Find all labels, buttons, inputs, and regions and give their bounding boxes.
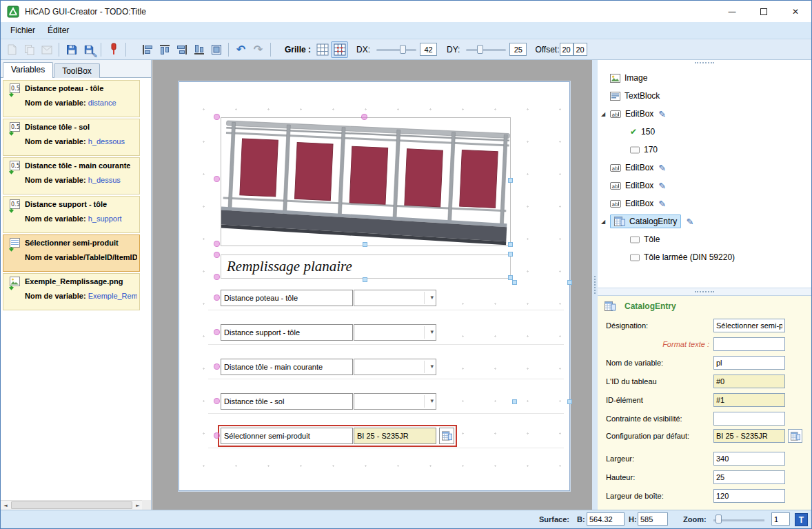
form-label[interactable]: Distance tôle - main courante	[221, 359, 353, 375]
default-config-input[interactable]	[713, 429, 785, 443]
resize-handle[interactable]	[567, 280, 572, 285]
tree-item-editbox-3[interactable]: ab EditBox ✎	[598, 177, 811, 194]
catalog-picker-button[interactable]	[788, 429, 802, 443]
horizontal-splitter[interactable]	[598, 288, 811, 295]
tree-panel-grip[interactable]	[695, 62, 714, 66]
tree-item-catalogentry[interactable]: ◢ CatalogEntry ✎	[598, 212, 811, 230]
align-top-button[interactable]	[156, 41, 173, 58]
edit-pencil-icon[interactable]: ✎	[658, 163, 666, 173]
dy-slider-thumb[interactable]	[477, 45, 483, 54]
grid-toggle-button[interactable]	[314, 41, 331, 58]
variable-card-image[interactable]: Exemple_Remplissage.png Nom de variable:…	[3, 273, 140, 310]
tab-variables[interactable]: Variables	[3, 62, 53, 78]
expander-icon[interactable]: ◢	[601, 111, 610, 117]
maximize-button[interactable]	[748, 1, 780, 22]
resize-handle[interactable]	[508, 252, 513, 257]
redo-button[interactable]: ↷	[250, 41, 267, 58]
expander-icon[interactable]: ◢	[601, 219, 610, 225]
resize-handle[interactable]	[363, 277, 367, 282]
new-button[interactable]	[3, 41, 21, 58]
undo-button[interactable]: ↶	[232, 41, 250, 58]
scroll-right-icon[interactable]: ►	[133, 503, 143, 508]
align-left-button[interactable]	[139, 41, 156, 58]
zoom-slider-thumb[interactable]	[715, 515, 722, 523]
edit-pencil-icon[interactable]: ✎	[658, 181, 666, 191]
dx-value-input[interactable]	[420, 43, 437, 56]
close-button[interactable]: ✕	[780, 1, 811, 22]
offset-y-input[interactable]	[574, 43, 587, 56]
format-input[interactable]	[713, 337, 785, 351]
variable-card-distance[interactable]: 0.5 Distance poteau - tôle Nom de variab…	[3, 80, 140, 117]
form-label[interactable]: Distance support - tôle	[221, 324, 353, 341]
tab-toolbox[interactable]: ToolBox	[54, 63, 100, 78]
variable-card-h-support[interactable]: 0.5 Distance support - tôle Nom de varia…	[3, 196, 140, 233]
surface-b-input[interactable]	[587, 512, 625, 526]
dx-slider[interactable]	[375, 43, 418, 57]
variable-card-h-dessus[interactable]: 0.5 Distance tôle - main courante Nom de…	[3, 157, 140, 194]
resize-handle[interactable]	[512, 280, 517, 285]
align-right-button[interactable]	[173, 41, 190, 58]
form-label[interactable]: Distance poteau - tôle	[221, 290, 353, 306]
visibility-input[interactable]	[713, 412, 785, 426]
resize-handle[interactable]	[363, 242, 367, 247]
copy-button[interactable]	[21, 41, 38, 58]
edit-pencil-icon[interactable]: ✎	[686, 217, 693, 227]
table-id-input[interactable]	[713, 375, 785, 388]
catalog-label[interactable]: Sélectionner semi-produit	[221, 428, 353, 444]
surface-h-input[interactable]	[638, 512, 668, 526]
height-input[interactable]	[713, 470, 785, 484]
tree-item-editbox-1[interactable]: ◢ ab EditBox ✎	[598, 105, 811, 123]
scroll-left-icon[interactable]: ◄	[1, 503, 10, 508]
tree-item-tole[interactable]: Tôle	[598, 230, 811, 248]
menu-editer[interactable]: Éditer	[41, 23, 75, 38]
resize-handle[interactable]	[567, 399, 572, 404]
designation-input[interactable]	[713, 319, 785, 332]
form-dropdown[interactable]: ▾	[354, 324, 436, 341]
resize-handle[interactable]	[512, 399, 517, 404]
railing-image-element[interactable]	[221, 117, 511, 246]
dx-slider-thumb[interactable]	[400, 45, 406, 54]
width-input[interactable]	[713, 452, 785, 466]
save-as-button[interactable]: ✎	[80, 41, 97, 58]
scrollbar-thumb[interactable]	[11, 501, 132, 509]
tree-item-image[interactable]: Image	[598, 69, 811, 87]
text-mode-button[interactable]: T	[795, 513, 808, 526]
edit-pencil-icon[interactable]: ✎	[658, 199, 666, 209]
catalog-picker-button[interactable]	[439, 428, 454, 444]
tree-item-value-170[interactable]: 170	[598, 141, 811, 159]
tree-item-tole-larmee[interactable]: Tôle larmée (DIN 59220)	[598, 248, 811, 266]
form-title-textblock[interactable]: Remplissage planaire	[221, 254, 511, 279]
dy-slider[interactable]	[465, 43, 507, 57]
form-dropdown[interactable]: ▾	[354, 359, 436, 375]
resize-handle[interactable]	[508, 178, 513, 183]
same-size-button[interactable]	[207, 41, 225, 58]
pin-button[interactable]	[105, 41, 122, 58]
vertical-splitter[interactable]	[592, 60, 598, 510]
form-label[interactable]: Distance tôle - sol	[221, 393, 353, 410]
save-button[interactable]	[63, 41, 80, 58]
grid-snap-button[interactable]	[331, 41, 348, 58]
box-width-input[interactable]	[713, 489, 785, 503]
offset-x-input[interactable]	[560, 43, 574, 56]
tree-item-textblock[interactable]: TextBlock	[598, 87, 811, 105]
variable-name-input[interactable]	[713, 356, 785, 370]
minimize-button[interactable]: —	[716, 1, 748, 22]
resize-handle[interactable]	[508, 275, 513, 280]
tree-item-value-150[interactable]: ✔ 150	[598, 123, 811, 141]
item-id-input[interactable]	[713, 393, 785, 407]
design-canvas-area[interactable]: Remplissage planaire Distance poteau - t…	[152, 60, 592, 510]
tree-item-editbox-4[interactable]: ab EditBox ✎	[598, 194, 811, 212]
menu-fichier[interactable]: Fichier	[4, 23, 41, 38]
variable-card-semi-produit[interactable]: Sélectionner semi-produit Nom de variabl…	[3, 234, 140, 272]
design-page[interactable]: Remplissage planaire Distance poteau - t…	[179, 81, 570, 491]
resize-handle[interactable]	[508, 242, 513, 247]
edit-pencil-icon[interactable]: ✎	[658, 109, 666, 119]
form-dropdown[interactable]: ▾	[354, 393, 436, 410]
dy-value-input[interactable]	[509, 43, 527, 56]
selected-tree-item[interactable]: CatalogEntry	[610, 214, 681, 228]
tree-item-editbox-2[interactable]: ab EditBox ✎	[598, 159, 811, 177]
align-bottom-button[interactable]	[190, 41, 207, 58]
paste-button[interactable]	[38, 41, 55, 58]
variable-card-h-dessous[interactable]: 0.5 Distance tôle - sol Nom de variable:…	[3, 119, 140, 156]
zoom-slider[interactable]	[712, 513, 766, 526]
